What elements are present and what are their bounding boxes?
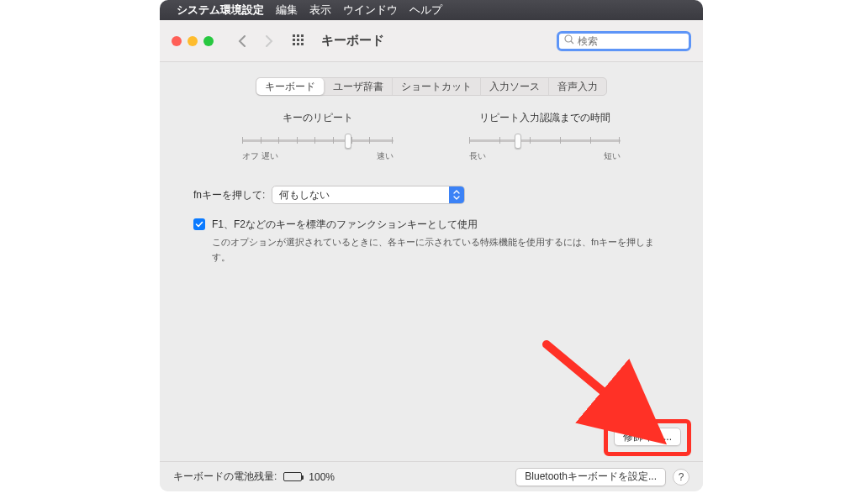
- svg-rect-3: [293, 39, 295, 41]
- repeat-delay-label: リピート入力認識までの時間: [469, 111, 621, 125]
- search-field[interactable]: [557, 31, 691, 51]
- tab-shortcuts[interactable]: ショートカット: [393, 78, 481, 95]
- tab-bar: キーボード ユーザ辞書 ショートカット 入力ソース 音声入力: [256, 77, 607, 96]
- menubar-app-name[interactable]: システム環境設定: [177, 3, 264, 18]
- repeat-delay-slider[interactable]: [469, 132, 621, 149]
- svg-rect-5: [301, 39, 304, 41]
- svg-rect-8: [301, 43, 304, 45]
- function-keys-checkbox-label: F1、F2などのキーを標準のファンクションキーとして使用: [212, 218, 478, 232]
- repeat-delay-long-label: 長い: [469, 150, 486, 162]
- window-toolbar: キーボード: [160, 20, 703, 62]
- key-repeat-slow-label: 遅い: [261, 151, 278, 160]
- battery-icon: [283, 472, 302, 481]
- svg-rect-2: [301, 34, 304, 37]
- window-footer: キーボードの電池残量: 100% Bluetoothキーボードを設定... ?: [160, 461, 703, 491]
- repeat-delay-block: リピート入力認識までの時間 長い 短い: [469, 111, 621, 162]
- help-button[interactable]: ?: [673, 469, 689, 486]
- svg-rect-6: [293, 43, 295, 45]
- grid-icon: [293, 34, 306, 48]
- forward-button[interactable]: [259, 32, 279, 50]
- svg-line-10: [571, 41, 573, 44]
- svg-rect-0: [293, 34, 295, 37]
- menu-help[interactable]: ヘルプ: [409, 3, 442, 18]
- modifier-keys-button[interactable]: 修飾キー...: [614, 428, 681, 446]
- window-title: キーボード: [321, 33, 384, 49]
- menu-view[interactable]: 表示: [309, 3, 331, 18]
- sliders-row: キーのリピート オフ 遅い 速い リピート入力認識までの時間: [177, 111, 686, 162]
- svg-rect-4: [297, 39, 299, 41]
- bluetooth-keyboard-button[interactable]: Bluetoothキーボードを設定...: [515, 468, 666, 486]
- fn-key-label: fnキーを押して:: [193, 188, 265, 202]
- traffic-lights: [172, 36, 214, 46]
- chevron-up-down-icon: [449, 186, 464, 203]
- function-keys-checkbox[interactable]: [193, 218, 205, 230]
- key-repeat-fast-label: 速い: [377, 150, 394, 162]
- function-keys-checkbox-row: F1、F2などのキーを標準のファンクションキーとして使用: [193, 218, 669, 232]
- search-input[interactable]: [578, 35, 684, 47]
- svg-rect-1: [297, 34, 299, 37]
- menu-window[interactable]: ウインドウ: [343, 3, 398, 18]
- svg-point-9: [565, 35, 572, 42]
- tab-dictation[interactable]: 音声入力: [549, 78, 606, 95]
- key-repeat-label: キーのリピート: [242, 111, 394, 125]
- zoom-button[interactable]: [203, 36, 214, 46]
- menu-edit[interactable]: 編集: [276, 3, 298, 18]
- key-repeat-slider[interactable]: [242, 132, 394, 149]
- check-icon: [195, 220, 203, 228]
- search-icon: [564, 34, 574, 47]
- pane-content: キーボード ユーザ辞書 ショートカット 入力ソース 音声入力 キーのリピート オ…: [160, 62, 703, 461]
- svg-rect-7: [297, 43, 299, 45]
- preferences-window: システム環境設定 編集 表示 ウインドウ ヘルプ キーボード: [160, 0, 703, 491]
- function-keys-checkbox-desc: このオプションが選択されているときに、各キーに示されている特殊機能を使用するには…: [212, 235, 669, 265]
- show-all-button[interactable]: [289, 32, 309, 50]
- fn-key-row: fnキーを押して: 何もしない: [193, 186, 669, 204]
- key-repeat-off-label: オフ: [242, 151, 259, 160]
- close-button[interactable]: [172, 36, 182, 46]
- fn-key-select[interactable]: 何もしない: [272, 186, 465, 204]
- fn-key-value: 何もしない: [279, 188, 330, 202]
- key-repeat-block: キーのリピート オフ 遅い 速い: [242, 111, 394, 162]
- back-button[interactable]: [232, 32, 252, 50]
- repeat-delay-short-label: 短い: [604, 150, 621, 162]
- tab-input-sources[interactable]: 入力ソース: [481, 78, 549, 95]
- tab-keyboard[interactable]: キーボード: [256, 78, 325, 95]
- system-menubar: システム環境設定 編集 表示 ウインドウ ヘルプ: [160, 0, 703, 20]
- minimize-button[interactable]: [188, 36, 198, 46]
- battery-label: キーボードの電池残量:: [173, 470, 277, 484]
- battery-percent: 100%: [309, 471, 335, 483]
- tab-text[interactable]: ユーザ辞書: [325, 78, 393, 95]
